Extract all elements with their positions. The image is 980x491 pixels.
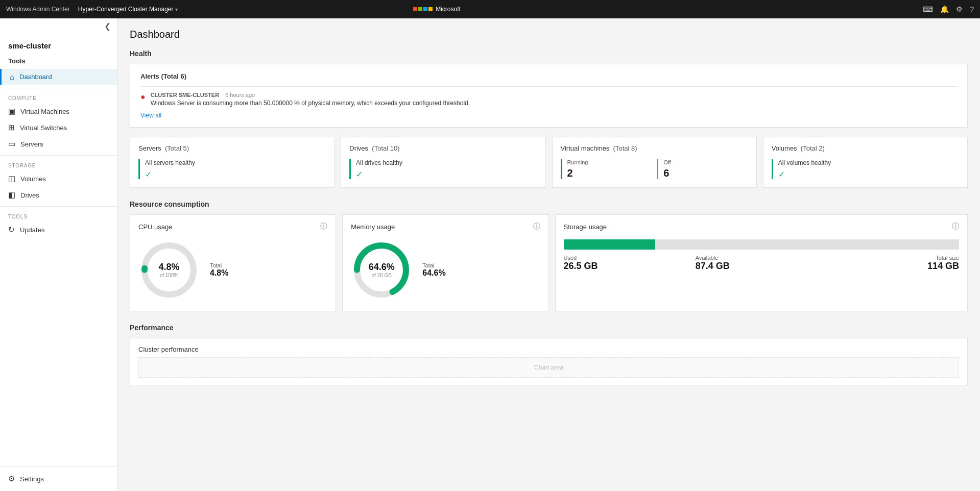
storage-info-icon[interactable]: ⓘ bbox=[952, 222, 959, 231]
alert-error-icon: ● bbox=[140, 92, 146, 102]
sidebar-section-storage: STORAGE bbox=[0, 159, 117, 170]
volumes-status: All volumes healthy ✓ bbox=[772, 159, 959, 179]
sidebar-item-dashboard[interactable]: ⌂ Dashboard bbox=[0, 69, 117, 85]
cpu-donut: 4.8% of 100% bbox=[138, 239, 200, 301]
storage-total-value: 114 GB bbox=[827, 261, 959, 272]
cluster-name: sme-cluster bbox=[0, 34, 117, 55]
switch-icon: ⊞ bbox=[8, 123, 15, 132]
vm-running-value: 2 bbox=[567, 167, 652, 179]
resource-section: Resource consumption CPU usage ⓘ bbox=[130, 200, 968, 311]
alert-source: CLUSTER SME-CLUSTER bbox=[151, 92, 219, 98]
memory-info-icon[interactable]: ⓘ bbox=[533, 222, 540, 231]
sidebar-item-label: Settings bbox=[20, 475, 44, 483]
vm-off-label: Off bbox=[663, 159, 748, 165]
vm-card: Virtual machines (Total 8) Running 2 Off… bbox=[552, 137, 757, 188]
memory-pct: 64.6% bbox=[369, 262, 395, 273]
storage-bar-wrapper bbox=[564, 239, 960, 250]
sidebar-item-updates[interactable]: ↻ Updates bbox=[0, 222, 117, 238]
storage-used-value: 26.5 GB bbox=[564, 261, 696, 272]
app-name: Windows Admin Center bbox=[6, 6, 70, 13]
performance-section-title: Performance bbox=[130, 324, 968, 332]
memory-total-label: Total bbox=[422, 262, 445, 268]
alerts-header: Alerts (Total 6) bbox=[140, 72, 957, 80]
storage-card: Storage usage ⓘ Used 26.5 GB bbox=[555, 214, 968, 311]
sidebar-collapse-btn[interactable]: ❮ bbox=[0, 18, 117, 34]
alert-message: Windows Server is consuming more than 50… bbox=[151, 100, 470, 107]
updates-icon: ↻ bbox=[8, 225, 15, 234]
memory-donut: 64.6% of 20 GB bbox=[351, 239, 412, 301]
collapse-icon[interactable]: ❮ bbox=[104, 21, 111, 31]
memory-donut-container: 64.6% of 20 GB Total 64.6% bbox=[351, 239, 540, 301]
topbar: Windows Admin Center Hyper-Converged Clu… bbox=[0, 0, 980, 18]
main-layout: ❮ sme-cluster Tools ⌂ Dashboard COMPUTE … bbox=[0, 18, 980, 491]
ms-logo bbox=[413, 7, 433, 11]
cpu-sub: of 100% bbox=[158, 273, 179, 278]
storage-bar-fill bbox=[564, 239, 656, 250]
vm-stats: Running 2 Off 6 bbox=[561, 159, 748, 179]
sidebar: ❮ sme-cluster Tools ⌂ Dashboard COMPUTE … bbox=[0, 18, 117, 491]
tool-name: Hyper-Converged Cluster Manager ▾ bbox=[78, 6, 178, 13]
resource-section-title: Resource consumption bbox=[130, 200, 968, 208]
servers-status-text: All servers healthy bbox=[145, 159, 326, 166]
servers-check-icon: ✓ bbox=[145, 170, 152, 179]
performance-section: Performance Cluster performance Chart ar… bbox=[130, 324, 968, 385]
storage-available-value: 87.4 GB bbox=[696, 261, 827, 272]
storage-title: Storage usage bbox=[564, 223, 607, 231]
page-title: Dashboard bbox=[130, 29, 968, 40]
storage-total: Total size 114 GB bbox=[827, 255, 959, 272]
sidebar-item-label: Updates bbox=[20, 226, 44, 234]
vm-card-title: Virtual machines (Total 8) bbox=[561, 144, 748, 152]
sidebar-item-virtual-switches[interactable]: ⊞ Virtual Switches bbox=[0, 119, 117, 136]
terminal-icon[interactable]: ⌨ bbox=[923, 5, 933, 13]
sidebar-bottom: ⚙ Settings bbox=[0, 466, 117, 491]
sidebar-item-virtual-machines[interactable]: ▣ Virtual Machines bbox=[0, 103, 117, 119]
drives-card-title: Drives (Total 10) bbox=[349, 144, 537, 152]
vm-running-stat: Running 2 bbox=[561, 159, 652, 179]
sidebar-item-label: Virtual Switches bbox=[20, 124, 67, 132]
gear-icon[interactable]: ⚙ bbox=[956, 5, 963, 13]
cpu-title: CPU usage bbox=[138, 223, 172, 231]
content-area: Dashboard Health Alerts (Total 6) ● CLUS… bbox=[117, 18, 980, 491]
storage-card-header: Storage usage ⓘ bbox=[564, 222, 960, 231]
servers-card: Servers (Total 5) All servers healthy ✓ bbox=[130, 137, 334, 188]
volumes-check-icon: ✓ bbox=[778, 170, 785, 179]
storage-used-label: Used bbox=[564, 255, 696, 261]
drives-status: All drives healthy ✓ bbox=[349, 159, 537, 179]
chevron-down-icon[interactable]: ▾ bbox=[175, 7, 178, 12]
cpu-card-header: CPU usage ⓘ bbox=[138, 222, 327, 231]
sidebar-item-settings[interactable]: ⚙ Settings bbox=[0, 471, 117, 487]
vm-icon: ▣ bbox=[8, 107, 15, 116]
sidebar-section-tools: TOOLS bbox=[0, 210, 117, 222]
alert-row: ● CLUSTER SME-CLUSTER 6 hours ago Window… bbox=[140, 92, 957, 107]
sidebar-item-drives[interactable]: ◧ Drives bbox=[0, 187, 117, 203]
memory-legend: Total 64.6% bbox=[422, 262, 445, 278]
view-all-link[interactable]: View all bbox=[140, 112, 161, 119]
memory-card-header: Memory usage ⓘ bbox=[351, 222, 540, 231]
home-icon: ⌂ bbox=[10, 72, 14, 81]
memory-total-value: 64.6% bbox=[422, 268, 445, 278]
perf-card: Cluster performance Chart area bbox=[130, 338, 968, 385]
help-icon[interactable]: ? bbox=[970, 5, 974, 13]
vm-off-stat: Off 6 bbox=[657, 159, 748, 179]
bell-icon[interactable]: 🔔 bbox=[940, 5, 949, 13]
sidebar-item-label: Drives bbox=[20, 191, 39, 199]
sidebar-item-servers[interactable]: ▭ Servers bbox=[0, 136, 117, 152]
volumes-status-text: All volumes healthy bbox=[778, 159, 959, 166]
storage-used: Used 26.5 GB bbox=[564, 255, 696, 272]
alerts-card: Alerts (Total 6) ● CLUSTER SME-CLUSTER 6… bbox=[130, 64, 968, 128]
storage-bar bbox=[564, 239, 960, 250]
cpu-donut-container: 4.8% of 100% Total 4.8% bbox=[138, 239, 327, 301]
vm-running-label: Running bbox=[567, 159, 652, 165]
sidebar-item-label: Volumes bbox=[20, 175, 46, 183]
memory-sub: of 20 GB bbox=[369, 273, 395, 278]
server-icon: ▭ bbox=[8, 139, 15, 149]
cpu-info-icon[interactable]: ⓘ bbox=[320, 222, 327, 231]
tools-label: Tools bbox=[0, 55, 117, 69]
drives-check-icon: ✓ bbox=[356, 170, 363, 179]
ms-brand: Microsoft bbox=[413, 6, 461, 13]
memory-card: Memory usage ⓘ 64.6% of 20 GB bbox=[342, 214, 548, 311]
alert-content: CLUSTER SME-CLUSTER 6 hours ago Windows … bbox=[151, 92, 470, 107]
sidebar-item-volumes[interactable]: ◫ Volumes bbox=[0, 170, 117, 187]
drive-icon: ◧ bbox=[8, 190, 15, 200]
cpu-legend: Total 4.8% bbox=[210, 262, 228, 278]
